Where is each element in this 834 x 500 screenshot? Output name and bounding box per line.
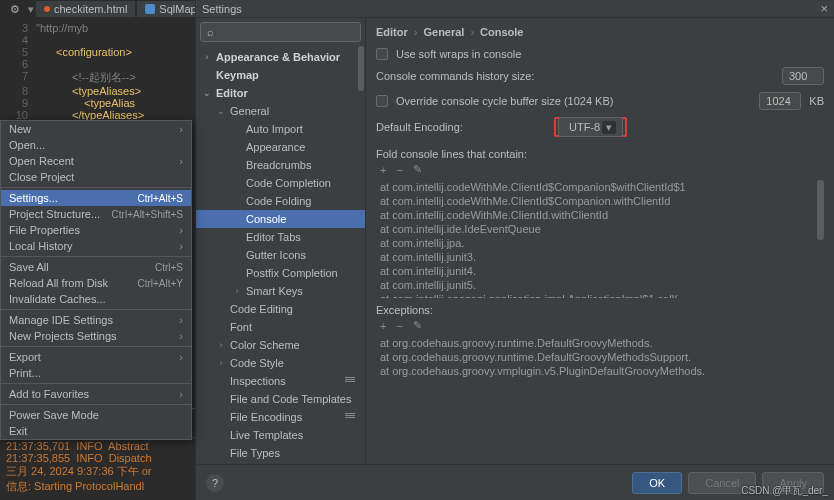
scheme-switch-icon	[345, 413, 355, 421]
remove-icon[interactable]: −	[396, 164, 402, 176]
tree-node[interactable]: ⌄General	[196, 102, 365, 120]
fold-lines-label: Fold console lines that contain:	[376, 148, 824, 160]
fold-lines-list[interactable]: at com.intellij.codeWithMe.ClientId$Comp…	[376, 180, 824, 298]
add-icon[interactable]: +	[380, 320, 386, 332]
close-icon[interactable]: ×	[820, 1, 828, 16]
menu-item[interactable]: File Properties›	[1, 222, 191, 238]
tree-node[interactable]: File and Code Templates	[196, 390, 365, 408]
override-buffer-label: Override console cycle buffer size (1024…	[396, 95, 751, 107]
tree-node[interactable]: Live Templates	[196, 426, 365, 444]
tree-node[interactable]: File Encodings	[196, 408, 365, 426]
menu-item[interactable]: Save AllCtrl+S	[1, 259, 191, 275]
crumb[interactable]: General	[423, 26, 464, 38]
edit-icon[interactable]: ✎	[413, 163, 422, 176]
buffer-units: KB	[809, 95, 824, 107]
tree-node[interactable]: Code Editing	[196, 300, 365, 318]
menu-item[interactable]: Power Save Mode	[1, 407, 191, 423]
list-item[interactable]: at com.intellij.junit4.	[376, 264, 824, 278]
dropdown-icon[interactable]: ▾	[28, 3, 34, 16]
menu-item[interactable]: Exit	[1, 423, 191, 439]
gear-icon[interactable]: ⚙	[4, 3, 26, 16]
list-item[interactable]: at com.intellij.codeWithMe.ClientId$Comp…	[376, 194, 824, 208]
encoding-label: Default Encoding:	[376, 121, 546, 133]
history-size-field[interactable]: 300	[782, 67, 824, 85]
scrollbar-thumb[interactable]	[817, 180, 824, 240]
dialog-footer: ? OK Cancel Apply	[196, 464, 834, 500]
tree-node[interactable]: ›Color Scheme	[196, 336, 365, 354]
tree-node[interactable]: Console	[196, 210, 365, 228]
tree-node[interactable]: Font	[196, 318, 365, 336]
encoding-combo[interactable]: UTF-8	[558, 117, 623, 137]
ok-button[interactable]: OK	[632, 472, 682, 494]
tree-node[interactable]: Keymap	[196, 66, 365, 84]
menu-item[interactable]: Add to Favorites›	[1, 386, 191, 402]
dialog-titlebar: Settings ×	[196, 0, 834, 18]
list-item[interactable]: at com.intellij.codeWithMe.ClientId$Comp…	[376, 180, 824, 194]
menu-item[interactable]: New›	[1, 121, 191, 137]
soft-wraps-checkbox[interactable]	[376, 48, 388, 60]
list-item[interactable]: at com.intellij.junit3.	[376, 250, 824, 264]
console-output: 21:37:35,701 INFO Abstract 21:37:35,855 …	[0, 438, 195, 496]
list-item[interactable]: at com.intellij.jpa.	[376, 236, 824, 250]
list-item[interactable]: at com.intellij.openapi.application.impl…	[376, 292, 824, 298]
buffer-size-field[interactable]: 1024	[759, 92, 801, 110]
menu-item[interactable]: Close Project	[1, 169, 191, 185]
menu-item[interactable]: Settings...Ctrl+Alt+S	[1, 190, 191, 206]
add-icon[interactable]: +	[380, 164, 386, 176]
menu-item[interactable]: Open Recent›	[1, 153, 191, 169]
list-item[interactable]: at org.codehaus.groovy.runtime.DefaultGr…	[376, 350, 824, 364]
menu-item[interactable]: Reload All from DiskCtrl+Alt+Y	[1, 275, 191, 291]
tree-node[interactable]: ›Appearance & Behavior	[196, 48, 365, 66]
dialog-title: Settings	[202, 3, 242, 15]
file-menu: New›Open...Open Recent›Close ProjectSett…	[0, 120, 192, 440]
exceptions-list[interactable]: at org.codehaus.groovy.runtime.DefaultGr…	[376, 336, 824, 378]
tree-node[interactable]: File Types	[196, 444, 365, 462]
soft-wraps-label: Use soft wraps in console	[396, 48, 521, 60]
tree-node[interactable]: Postfix Completion	[196, 264, 365, 282]
tree-node[interactable]: Code Completion	[196, 174, 365, 192]
override-buffer-checkbox[interactable]	[376, 95, 388, 107]
tree-node[interactable]: Breadcrumbs	[196, 156, 365, 174]
menu-item[interactable]: Open...	[1, 137, 191, 153]
settings-tree-panel: ›Appearance & BehaviorKeymap⌄Editor⌄Gene…	[196, 18, 366, 464]
settings-search-input[interactable]	[200, 22, 361, 42]
scrollbar-thumb[interactable]	[358, 46, 364, 91]
list-item[interactable]: at com.intellij.junit5.	[376, 278, 824, 292]
settings-tree[interactable]: ›Appearance & BehaviorKeymap⌄Editor⌄Gene…	[196, 46, 365, 464]
crumb: Console	[480, 26, 523, 38]
watermark: CSDN @甲瓦_der_	[741, 484, 828, 498]
help-icon[interactable]: ?	[206, 474, 224, 492]
menu-item[interactable]: Export›	[1, 349, 191, 365]
settings-content: Editor› General› Console Use soft wraps …	[366, 18, 834, 464]
menu-item[interactable]: Invalidate Caches...	[1, 291, 191, 307]
exceptions-label: Exceptions:	[376, 304, 824, 316]
highlight-annotation: UTF-8	[554, 117, 627, 137]
settings-dialog: Settings × ›Appearance & BehaviorKeymap⌄…	[195, 0, 834, 500]
tree-node[interactable]: ⌄Editor	[196, 84, 365, 102]
tree-node[interactable]: Editor Tabs	[196, 228, 365, 246]
menu-item[interactable]: New Projects Settings›	[1, 328, 191, 344]
list-item[interactable]: at com.intellij.codeWithMe.ClientId.with…	[376, 208, 824, 222]
menu-item[interactable]: Manage IDE Settings›	[1, 312, 191, 328]
history-size-label: Console commands history size:	[376, 70, 774, 82]
list-item[interactable]: at org.codehaus.groovy.runtime.DefaultGr…	[376, 336, 824, 350]
edit-icon[interactable]: ✎	[413, 319, 422, 332]
scheme-switch-icon	[345, 377, 355, 385]
html-file-icon	[44, 6, 50, 12]
editor-tab[interactable]: checkitem.html	[36, 1, 135, 17]
tree-node[interactable]: ›Code Style	[196, 354, 365, 372]
menu-item[interactable]: Print...	[1, 365, 191, 381]
remove-icon[interactable]: −	[396, 320, 402, 332]
tree-node[interactable]: Code Folding	[196, 192, 365, 210]
menu-item[interactable]: Local History›	[1, 238, 191, 254]
tree-node[interactable]: Gutter Icons	[196, 246, 365, 264]
tree-node[interactable]: Auto Import	[196, 120, 365, 138]
list-item[interactable]: at org.codehaus.groovy.vmplugin.v5.Plugi…	[376, 364, 824, 378]
tree-node[interactable]: Inspections	[196, 372, 365, 390]
tree-node[interactable]: ›Smart Keys	[196, 282, 365, 300]
menu-item[interactable]: Project Structure...Ctrl+Alt+Shift+S	[1, 206, 191, 222]
sql-file-icon	[145, 4, 155, 14]
crumb[interactable]: Editor	[376, 26, 408, 38]
tree-node[interactable]: Appearance	[196, 138, 365, 156]
list-item[interactable]: at com.intellij.ide.IdeEventQueue	[376, 222, 824, 236]
